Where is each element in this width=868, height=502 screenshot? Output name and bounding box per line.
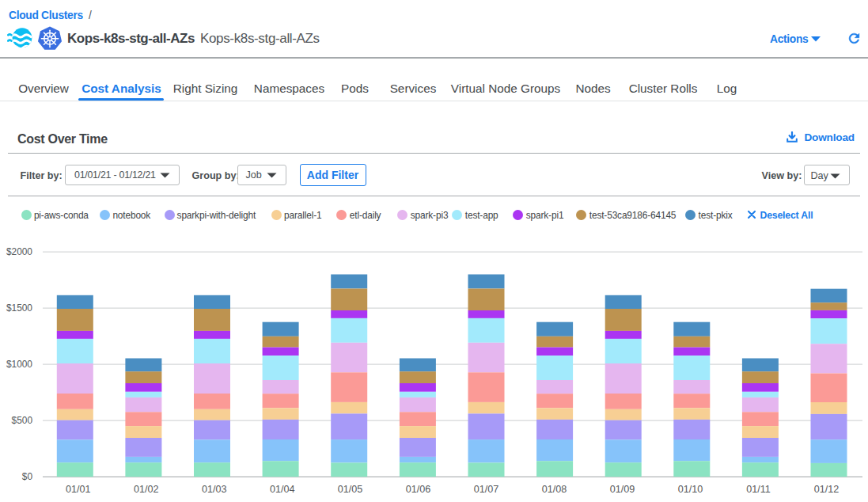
- svg-text:$500: $500: [12, 415, 33, 426]
- svg-text:01/05: 01/05: [338, 484, 363, 495]
- svg-text:$1000: $1000: [6, 359, 32, 370]
- svg-text:01/07: 01/07: [474, 484, 499, 495]
- svg-text:01/08: 01/08: [542, 484, 567, 495]
- svg-text:$0: $0: [22, 471, 33, 482]
- svg-text:01/12: 01/12: [814, 484, 840, 495]
- svg-text:01/01: 01/01: [66, 484, 91, 495]
- svg-text:01/03: 01/03: [202, 484, 227, 495]
- svg-text:01/10: 01/10: [678, 484, 703, 495]
- svg-text:01/02: 01/02: [134, 484, 159, 495]
- svg-text:01/11: 01/11: [746, 484, 771, 495]
- svg-text:01/09: 01/09: [610, 484, 635, 495]
- svg-text:$1500: $1500: [6, 302, 32, 314]
- svg-text:$2000: $2000: [6, 246, 32, 257]
- svg-text:01/06: 01/06: [406, 484, 431, 495]
- svg-text:01/04: 01/04: [270, 484, 295, 495]
